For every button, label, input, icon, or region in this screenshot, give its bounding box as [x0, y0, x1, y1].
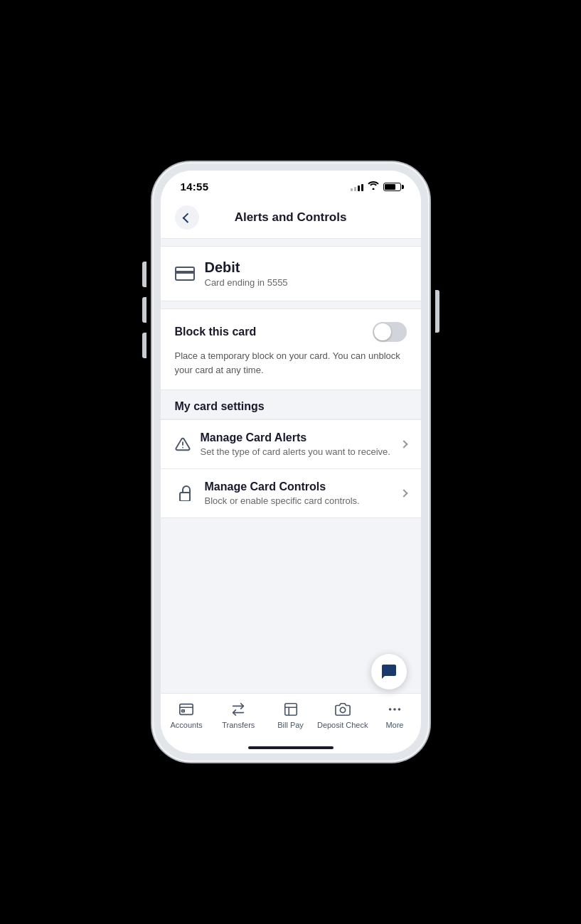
manage-card-alerts-desc: Set the type of card alerts you want to …: [201, 446, 391, 457]
alert-triangle-icon: [175, 437, 191, 451]
block-card-row: Block this card: [175, 322, 407, 342]
empty-space: [161, 518, 421, 603]
svg-rect-3: [180, 704, 193, 715]
manage-card-alerts-item[interactable]: Manage Card Alerts Set the type of card …: [161, 420, 421, 469]
chat-bubble-icon: [380, 663, 398, 680]
my-card-settings-header: My card settings: [161, 390, 421, 419]
tab-depositcheck[interactable]: Deposit Check: [316, 701, 368, 729]
menu-items-list: Manage Card Alerts Set the type of card …: [161, 419, 421, 518]
depositcheck-icon: [334, 701, 351, 718]
billpay-icon: [282, 701, 299, 718]
accounts-tab-label: Accounts: [170, 721, 202, 729]
card-type-label: Debit: [205, 259, 288, 276]
wifi-icon: [368, 181, 379, 192]
tab-accounts[interactable]: Accounts: [161, 701, 213, 729]
transfers-icon: [230, 701, 247, 718]
block-card-description: Place a temporary block on your card. Yo…: [175, 349, 407, 377]
battery-icon: [383, 183, 401, 191]
svg-rect-5: [182, 710, 185, 712]
manage-card-controls-title: Manage Card Controls: [205, 480, 391, 493]
svg-point-11: [393, 708, 396, 711]
toggle-knob: [374, 323, 391, 340]
manage-card-alerts-chevron-icon: [400, 440, 407, 448]
svg-rect-6: [284, 704, 297, 716]
debit-card-icon-wrap: [175, 267, 195, 281]
manage-card-controls-item[interactable]: Manage Card Controls Block or enable spe…: [161, 469, 421, 518]
chat-fab-button[interactable]: [371, 654, 407, 689]
card-info-section: Debit Card ending in 5555: [161, 246, 421, 301]
manage-card-alerts-title: Manage Card Alerts: [201, 431, 391, 444]
block-card-section: Block this card Place a temporary block …: [161, 308, 421, 390]
nav-header: Alerts and Controls: [161, 198, 421, 239]
tab-transfers[interactable]: Transfers: [213, 701, 265, 729]
svg-point-9: [340, 707, 345, 712]
back-chevron-icon: [182, 213, 192, 223]
back-button[interactable]: [175, 205, 199, 230]
manage-card-controls-desc: Block or enable specific card controls.: [205, 495, 391, 506]
more-tab-label: More: [385, 721, 403, 729]
signal-icon: [351, 183, 363, 191]
page-title: Alerts and Controls: [199, 210, 383, 225]
svg-rect-2: [180, 493, 190, 501]
svg-point-12: [398, 708, 400, 711]
accounts-icon: [178, 701, 195, 718]
manage-card-controls-chevron-icon: [400, 489, 407, 497]
status-time: 14:55: [181, 181, 209, 193]
depositcheck-tab-label: Deposit Check: [317, 721, 368, 729]
tab-bar: Accounts Transfers: [161, 693, 421, 743]
tab-more[interactable]: More: [368, 701, 420, 729]
block-card-toggle[interactable]: [373, 322, 407, 342]
credit-card-icon: [175, 267, 195, 281]
more-icon: [386, 701, 403, 718]
billpay-tab-label: Bill Pay: [277, 721, 304, 729]
status-bar: 14:55: [161, 171, 421, 198]
scroll-content: Debit Card ending in 5555 Block this car…: [161, 239, 421, 693]
manage-card-alerts-content: Manage Card Alerts Set the type of card …: [201, 431, 391, 457]
home-indicator: [248, 746, 334, 749]
block-card-title: Block this card: [175, 326, 257, 338]
card-number-label: Card ending in 5555: [205, 277, 288, 288]
lock-icon: [175, 483, 195, 503]
tab-billpay[interactable]: Bill Pay: [265, 701, 316, 729]
manage-card-controls-content: Manage Card Controls Block or enable spe…: [205, 480, 391, 506]
my-card-settings-title: My card settings: [175, 400, 407, 413]
transfers-tab-label: Transfers: [222, 721, 255, 729]
svg-point-10: [389, 708, 392, 711]
status-icons: [351, 181, 401, 192]
card-details: Debit Card ending in 5555: [205, 259, 288, 288]
